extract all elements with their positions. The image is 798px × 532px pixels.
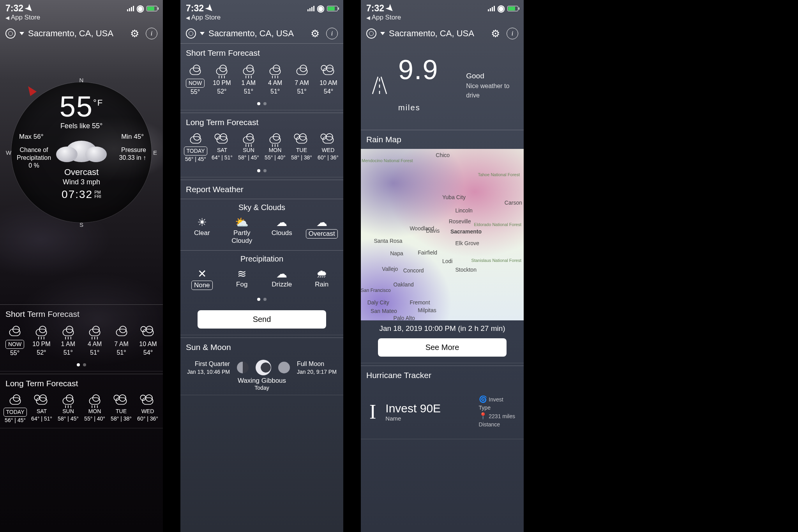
driving-visibility[interactable]: 9.9 miles Good Nice weather to drive xyxy=(361,43,524,130)
weather-icon xyxy=(316,64,341,79)
forecast-item[interactable]: WED 60° | 36° xyxy=(315,133,341,163)
send-button[interactable]: Send xyxy=(198,310,326,329)
rain-map[interactable]: Chico Yuba City Lincoln Roseville Sacram… xyxy=(361,149,524,320)
weather-icon xyxy=(289,133,314,147)
forecast-time: 7 AM xyxy=(109,340,134,348)
pressure: Pressure30.33 in ↑ xyxy=(119,146,146,170)
map-city: Stockton xyxy=(455,267,476,273)
back-to-app-store[interactable]: App Store xyxy=(361,14,524,24)
sky-option[interactable]: ☁ Clouds xyxy=(264,215,299,245)
max-temp: Max 56° xyxy=(19,133,44,141)
forecast-item[interactable]: 4 AM 51° xyxy=(263,64,288,96)
location-services-icon: ➤ xyxy=(203,2,216,15)
forecast-time: 4 AM xyxy=(82,340,107,348)
forecast-item[interactable]: SUN 58° | 45° xyxy=(236,133,261,163)
info-button[interactable]: i xyxy=(146,28,157,39)
sky-option[interactable]: ☁ Overcast xyxy=(304,215,339,245)
sun-and-moon[interactable]: Sun & Moon First QuarterJan 13, 10:46 PM… xyxy=(180,338,343,395)
forecast-item[interactable]: 10 PM 52° xyxy=(29,325,54,357)
forecast-item[interactable]: MON 55° | 40° xyxy=(82,394,108,424)
forecast-temp: 60° | 36° xyxy=(315,154,341,161)
location-picker[interactable]: Sacramento, CA, USA xyxy=(186,28,294,39)
short-term-forecast[interactable]: Short Term Forecast NOW 55° 10 PM 52° 1 … xyxy=(180,43,343,110)
location-picker[interactable]: Sacramento, CA, USA xyxy=(5,28,113,39)
location-picker[interactable]: Sacramento, CA, USA xyxy=(366,28,474,39)
battery-icon xyxy=(147,6,157,11)
wifi-icon: ◉ xyxy=(497,3,505,14)
back-to-app-store[interactable]: App Store xyxy=(180,14,343,24)
map-city: Fairfield xyxy=(418,249,437,256)
forecast-time: MON xyxy=(262,147,288,154)
forecast-time: SAT xyxy=(209,147,235,154)
forecast-item[interactable]: MON 55° | 40° xyxy=(262,133,288,163)
forecast-item[interactable]: NOW 55° xyxy=(183,64,208,96)
precip-option[interactable]: ☁ Drizzle xyxy=(264,267,299,290)
short-term-forecast[interactable]: Short Term Forecast NOW 55° 10 PM 52° 1 … xyxy=(0,304,163,371)
weather-icon xyxy=(183,64,208,79)
section-title: Sun & Moon xyxy=(180,338,343,357)
long-term-forecast[interactable]: Long Term Forecast TODAY 56° | 45° SAT 6… xyxy=(180,113,343,177)
map-forest-label: Tahoe National Forest xyxy=(478,172,520,177)
forecast-item[interactable]: 7 AM 51° xyxy=(109,325,134,357)
forecast-item[interactable]: TODAY 56° | 45° xyxy=(183,133,208,163)
settings-button[interactable]: ⚙ xyxy=(129,28,140,39)
map-city: Lodi xyxy=(442,258,452,264)
weather-icon xyxy=(136,325,161,340)
forecast-item[interactable]: SAT 64° | 51° xyxy=(209,133,235,163)
forecast-temp: 58° | 45° xyxy=(236,154,261,161)
settings-button[interactable]: ⚙ xyxy=(309,28,321,39)
radar-icon xyxy=(5,28,16,39)
info-button[interactable]: i xyxy=(507,28,518,39)
forecast-item[interactable]: SAT 64° | 51° xyxy=(29,394,55,424)
forecast-temp: 55° xyxy=(2,349,27,357)
hurricane-type: 🌀 InvestType xyxy=(479,395,515,412)
sky-option[interactable]: ⛅ Partly Cloudy xyxy=(224,215,260,245)
long-term-forecast[interactable]: Long Term Forecast TODAY 56° | 45° SAT 6… xyxy=(0,374,163,428)
forecast-item[interactable]: 10 AM 54° xyxy=(136,325,161,357)
weather-icon xyxy=(29,325,54,340)
forecast-item[interactable]: 7 AM 51° xyxy=(290,64,314,96)
hurricane-tracker[interactable]: Hurricane Tracker I Invest 90E Name 🌀 In… xyxy=(361,366,524,439)
settings-button[interactable]: ⚙ xyxy=(489,28,501,39)
section-title: Report Weather xyxy=(180,180,343,199)
condition-text: Overcast xyxy=(7,167,155,177)
section-title: Rain Map xyxy=(361,130,524,149)
forecast-item[interactable]: TODAY 56° | 45° xyxy=(2,394,28,424)
forecast-item[interactable]: WED 60° | 36° xyxy=(135,394,161,424)
forecast-item[interactable]: NOW 55° xyxy=(2,325,27,357)
precip-option[interactable]: 🌧 Rain xyxy=(304,267,339,290)
weather-icon xyxy=(109,325,134,340)
sky-option[interactable]: ☀ Clear xyxy=(184,215,219,245)
forecast-time: 10 PM xyxy=(209,79,234,87)
forecast-item[interactable]: TUE 58° | 38° xyxy=(289,133,314,163)
forecast-item[interactable]: 1 AM 51° xyxy=(236,64,261,96)
precip-chance: Chance of Precipitation0 % xyxy=(17,146,51,170)
status-bar: 7:32➤ ◉ xyxy=(180,0,343,14)
precip-option[interactable]: ✕ None xyxy=(184,267,219,290)
back-to-app-store[interactable]: App Store xyxy=(0,14,163,24)
forecast-time: SUN xyxy=(236,147,261,154)
map-city: Carson xyxy=(505,200,522,206)
precip-option-icon: ☁ xyxy=(264,267,299,281)
forecast-item[interactable]: 10 PM 52° xyxy=(209,64,234,96)
map-city: Santa Rosa xyxy=(374,238,402,244)
current-conditions-dial[interactable]: NSEW 55°F Feels like 55° Max 56° Min 45°… xyxy=(7,78,155,226)
location-services-icon: ➤ xyxy=(23,2,36,15)
see-more-button[interactable]: See More xyxy=(378,338,507,357)
precip-option[interactable]: ≋ Fog xyxy=(224,267,260,290)
precip-option-icon: ≋ xyxy=(224,267,260,281)
hurricane-category-icon: I xyxy=(369,400,376,423)
info-button[interactable]: i xyxy=(326,28,338,39)
forecast-item[interactable]: 4 AM 51° xyxy=(82,325,107,357)
map-city: Palo Alto xyxy=(394,315,415,321)
forecast-item[interactable]: SUN 58° | 45° xyxy=(55,394,81,424)
map-forest-label: Eldorado National Forest xyxy=(474,222,521,227)
location-label: Sacramento, CA, USA xyxy=(28,28,113,39)
forecast-time: SAT xyxy=(29,408,55,415)
forecast-item[interactable]: TUE 58° | 38° xyxy=(108,394,134,424)
weather-icon xyxy=(108,394,134,408)
forecast-item[interactable]: 10 AM 54° xyxy=(316,64,341,96)
forecast-time: WED xyxy=(315,147,341,154)
forecast-temp: 55° xyxy=(183,88,208,96)
forecast-item[interactable]: 1 AM 51° xyxy=(56,325,81,357)
